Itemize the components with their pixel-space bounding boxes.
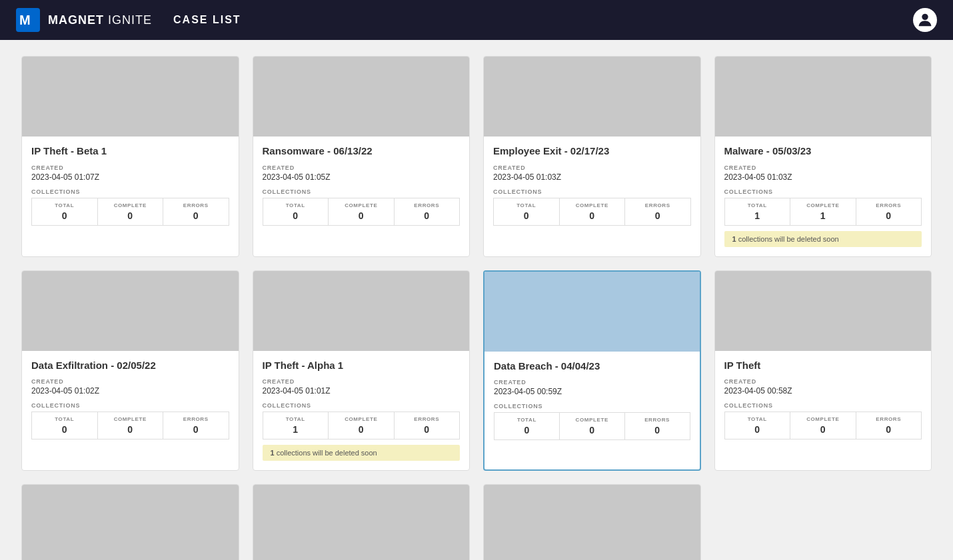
case-card-ip-theft-alpha-1[interactable]: IP Theft - Alpha 1 CREATED 2023-04-05 01… — [253, 270, 471, 471]
user-avatar-button[interactable] — [913, 8, 937, 32]
errors-value: 0 — [859, 424, 919, 435]
case-card-demo[interactable]: Demo — [21, 484, 239, 560]
errors-cell: ERRORS 0 — [163, 198, 229, 225]
complete-value: 1 — [793, 210, 853, 221]
case-card-body: IP Theft - Beta 1 CREATED 2023-04-05 01:… — [22, 137, 239, 235]
case-card-ip-theft[interactable]: IP Theft CREATED 2023-04-05 00:58Z COLLE… — [714, 270, 932, 471]
complete-value: 0 — [101, 424, 161, 435]
errors-value: 0 — [628, 210, 688, 221]
case-card-body: Ransomware - 06/13/22 CREATED 2023-04-05… — [253, 137, 470, 235]
total-value: 0 — [35, 210, 95, 221]
warning-banner: 1 collections will be deleted soon — [263, 445, 461, 461]
total-cell: TOTAL 0 — [32, 198, 98, 225]
total-value: 1 — [266, 424, 326, 435]
collections-section: COLLECTIONS TOTAL 0 COMPLETE 0 ERRORS 0 — [263, 188, 461, 226]
errors-label: ERRORS — [397, 416, 457, 422]
created-label: CREATED — [263, 164, 461, 171]
case-card-data-breach[interactable]: Data Breach - 04/04/23 CREATED 2023-04-0… — [483, 270, 701, 471]
complete-label: COMPLETE — [331, 416, 391, 422]
total-value: 0 — [266, 210, 326, 221]
created-value: 2023-04-05 01:01Z — [263, 386, 461, 396]
collections-grid: TOTAL 0 COMPLETE 0 ERRORS 0 — [31, 198, 229, 226]
brand-sub: IGNITE — [108, 13, 152, 27]
created-value: 2023-04-05 00:59Z — [494, 387, 690, 396]
created-value: 2023-04-05 01:05Z — [263, 172, 461, 182]
total-value: 0 — [728, 424, 788, 435]
errors-cell: ERRORS 0 — [625, 198, 690, 225]
complete-label: COMPLETE — [793, 416, 853, 422]
total-label: TOTAL — [728, 416, 788, 422]
created-value: 2023-04-05 01:03Z — [493, 172, 691, 182]
header-left: M MAGNET IGNITE CASE LIST — [16, 8, 241, 32]
case-card-data-exfiltration[interactable]: Data Exfiltration - 02/05/22 CREATED 202… — [21, 270, 239, 471]
created-label: CREATED — [31, 378, 229, 385]
created-label: CREATED — [494, 379, 690, 386]
total-cell: TOTAL 0 — [494, 198, 560, 225]
case-card-body: Employee Exit - 02/17/23 CREATED 2023-04… — [484, 137, 700, 235]
user-icon — [916, 11, 934, 29]
errors-label: ERRORS — [859, 202, 919, 208]
errors-value: 0 — [166, 424, 226, 435]
total-cell: TOTAL 1 — [263, 412, 329, 439]
collections-label: COLLECTIONS — [263, 188, 461, 195]
case-card-employee-exit[interactable]: Employee Exit - 02/17/23 CREATED 2023-04… — [483, 56, 701, 257]
errors-label: ERRORS — [628, 417, 687, 423]
case-title: IP Theft - Beta 1 — [31, 144, 229, 158]
total-label: TOTAL — [35, 202, 95, 208]
collections-grid: TOTAL 0 COMPLETE 0 ERRORS 0 — [31, 412, 229, 439]
case-thumbnail — [253, 57, 470, 137]
total-label: TOTAL — [728, 202, 788, 208]
complete-label: COMPLETE — [101, 416, 161, 422]
total-value: 0 — [35, 424, 95, 435]
case-card-body: Data Breach - 04/04/23 CREATED 2023-04-0… — [484, 352, 700, 450]
errors-value: 0 — [397, 424, 457, 435]
complete-value: 0 — [562, 210, 622, 221]
collections-section: COLLECTIONS TOTAL 1 COMPLETE 1 ERRORS 0 — [724, 188, 922, 247]
total-cell: TOTAL 1 — [725, 198, 791, 225]
case-title: IP Theft - Alpha 1 — [263, 359, 461, 372]
complete-value: 0 — [793, 424, 853, 435]
created-label: CREATED — [724, 164, 922, 171]
total-value: 0 — [496, 210, 556, 221]
case-thumbnail — [22, 57, 239, 137]
created-value: 2023-04-05 01:03Z — [724, 172, 922, 182]
errors-value: 0 — [166, 210, 226, 221]
case-card-yara-scan[interactable]: Yara_Scan — [483, 484, 701, 560]
collections-label: COLLECTIONS — [31, 402, 229, 409]
case-title: Data Exfiltration - 02/05/22 — [31, 359, 229, 372]
total-label: TOTAL — [35, 416, 95, 422]
case-card-body: IP Theft CREATED 2023-04-05 00:58Z COLLE… — [715, 351, 932, 449]
complete-cell: COMPLETE 0 — [98, 412, 164, 439]
complete-cell: COMPLETE 0 — [790, 412, 856, 439]
case-card-ip-theft-beta-1[interactable]: IP Theft - Beta 1 CREATED 2023-04-05 01:… — [21, 56, 239, 257]
collections-grid: TOTAL 1 COMPLETE 0 ERRORS 0 — [263, 412, 461, 439]
total-label: TOTAL — [497, 417, 556, 423]
magnet-logo-icon: M — [16, 8, 40, 32]
case-thumbnail — [484, 272, 700, 352]
collections-section: COLLECTIONS TOTAL 0 COMPLETE 0 ERRORS 0 — [31, 402, 229, 439]
total-cell: TOTAL 0 — [725, 412, 791, 439]
total-label: TOTAL — [496, 202, 556, 208]
case-title: Data Breach - 04/04/23 — [494, 360, 690, 373]
app-header: M MAGNET IGNITE CASE LIST — [0, 0, 953, 40]
collections-grid: TOTAL 0 COMPLETE 0 ERRORS 0 — [493, 198, 691, 226]
case-card-malware[interactable]: Malware - 05/03/23 CREATED 2023-04-05 01… — [714, 56, 932, 257]
case-thumbnail — [22, 485, 239, 560]
case-thumbnail — [715, 57, 932, 137]
errors-label: ERRORS — [166, 416, 226, 422]
collections-label: COLLECTIONS — [493, 188, 691, 195]
errors-cell: ERRORS 0 — [856, 412, 922, 439]
case-card-body: Malware - 05/03/23 CREATED 2023-04-05 01… — [715, 137, 932, 256]
errors-value: 0 — [859, 210, 919, 221]
collections-grid: TOTAL 0 COMPLETE 0 ERRORS 0 — [724, 412, 922, 439]
case-card-organization-test[interactable]: Organization Test — [253, 484, 471, 560]
warning-banner: 1 collections will be deleted soon — [724, 231, 922, 247]
complete-label: COMPLETE — [331, 202, 391, 208]
total-cell: TOTAL 0 — [32, 412, 98, 439]
collections-label: COLLECTIONS — [724, 188, 922, 195]
collections-label: COLLECTIONS — [724, 402, 922, 409]
complete-cell: COMPLETE 0 — [560, 413, 625, 439]
case-card-ransomware[interactable]: Ransomware - 06/13/22 CREATED 2023-04-05… — [253, 56, 471, 257]
complete-label: COMPLETE — [562, 202, 622, 208]
complete-value: 0 — [331, 210, 391, 221]
